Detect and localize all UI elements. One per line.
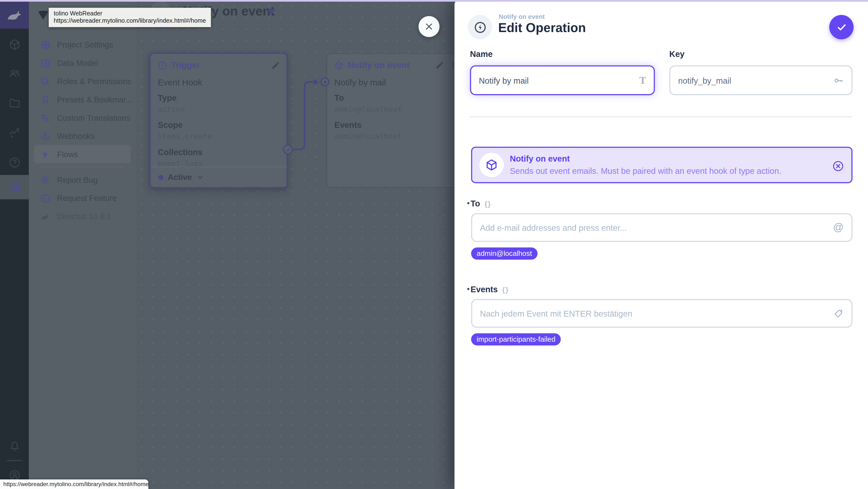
raw-value-toggle-icon[interactable]: {} bbox=[502, 286, 509, 294]
check-icon bbox=[285, 146, 291, 152]
sidebar-item-data-model[interactable]: Data Model bbox=[29, 54, 135, 72]
directus-logo-icon bbox=[6, 7, 23, 23]
sidebar-item-label: Report Bug bbox=[57, 175, 97, 184]
notifications-button[interactable] bbox=[0, 433, 29, 458]
tooltip-title: tolino WebReader bbox=[54, 10, 206, 17]
people-icon bbox=[8, 67, 21, 80]
raw-value-toggle-icon[interactable]: {} bbox=[485, 200, 491, 208]
operation-type-banner: Notify on event Sends out event emails. … bbox=[471, 147, 852, 183]
key-input-box bbox=[669, 65, 852, 95]
module-content-button[interactable] bbox=[0, 32, 29, 56]
bolt-circle-icon bbox=[473, 21, 486, 33]
sidebar-item-label: Project Settings bbox=[57, 40, 113, 49]
resolve-connector[interactable] bbox=[283, 145, 293, 154]
directus-logo-button[interactable] bbox=[0, 1, 29, 29]
events-input[interactable] bbox=[480, 309, 833, 318]
translate-icon bbox=[40, 113, 51, 122]
save-button[interactable] bbox=[829, 15, 854, 39]
drawer-title: Edit Operation bbox=[498, 21, 586, 35]
title-icon: T bbox=[640, 74, 646, 86]
sidebar-item-label: Presets & Bookmar... bbox=[57, 95, 132, 104]
tooltip-url: https://webreader.mytolino.com/library/i… bbox=[54, 17, 206, 24]
deselect-operation-button[interactable] bbox=[832, 160, 844, 173]
event-chip[interactable]: import-participants-failed bbox=[471, 333, 561, 345]
events-field-label: Events{} bbox=[471, 284, 509, 294]
browser-status-url: https://webreader.mytolino.com/library/i… bbox=[0, 479, 148, 489]
name-input-box: T bbox=[470, 65, 655, 95]
gear-icon bbox=[8, 181, 21, 194]
directus-app: Project Settings Data Model Roles & Perm… bbox=[0, 0, 868, 489]
anchor-icon bbox=[40, 131, 51, 141]
key-input[interactable] bbox=[678, 75, 833, 85]
module-insights-button[interactable] bbox=[0, 120, 29, 144]
sidebar-item-report-bug[interactable]: Report Bug bbox=[29, 171, 135, 189]
list-icon bbox=[40, 58, 51, 68]
banner-description: Sends out event emails. Must be paired w… bbox=[510, 166, 781, 176]
sidebar-item-label: Request Feature bbox=[57, 193, 117, 202]
bug-icon bbox=[40, 175, 51, 184]
edit-operation-drawer: Notify on event Edit Operation Name Key … bbox=[455, 0, 868, 489]
insights-icon bbox=[8, 125, 21, 138]
sidebar-item-label: Webhooks bbox=[57, 131, 95, 140]
name-input[interactable] bbox=[479, 75, 640, 85]
module-users-button[interactable] bbox=[0, 61, 29, 85]
drawer-close-button[interactable] bbox=[418, 16, 439, 37]
globe-icon bbox=[40, 39, 51, 50]
sidebar-item-custom-translations[interactable]: Custom Translations bbox=[29, 109, 135, 127]
tag-icon bbox=[833, 308, 844, 319]
module-bar-divider bbox=[7, 460, 22, 461]
box-icon bbox=[8, 38, 21, 51]
tooltip-pointer bbox=[38, 10, 49, 20]
module-bar bbox=[0, 0, 29, 489]
sidebar-item-project-settings[interactable]: Project Settings bbox=[29, 35, 135, 54]
module-settings-button[interactable] bbox=[0, 175, 29, 200]
sidebar-item-flows[interactable]: Flows bbox=[34, 145, 131, 163]
key-field-label: Key bbox=[669, 49, 684, 59]
sidebar-item-label: Flows bbox=[57, 150, 78, 159]
shield-person-icon bbox=[40, 76, 51, 86]
link-tooltip: tolino WebReader https://webreader.mytol… bbox=[49, 8, 211, 27]
flow-canvas: Notify on event Trigger Event Hook Type … bbox=[136, 0, 455, 489]
module-help-button[interactable] bbox=[0, 150, 29, 174]
directus-logo-icon bbox=[40, 211, 51, 221]
sidebar-item-version: Directus 10.6.1 bbox=[29, 207, 135, 225]
sidebar-divider bbox=[39, 166, 125, 167]
to-input[interactable] bbox=[480, 223, 833, 232]
bolt-icon bbox=[40, 149, 51, 159]
close-icon bbox=[425, 22, 434, 31]
sidebar-item-request-feature[interactable]: Request Feature bbox=[29, 189, 135, 207]
sidebar-item-label: Custom Translations bbox=[57, 113, 130, 122]
check-icon bbox=[836, 22, 847, 33]
to-input-box: @ bbox=[471, 213, 852, 242]
box-icon bbox=[479, 153, 504, 177]
settings-navigation: Project Settings Data Model Roles & Perm… bbox=[29, 0, 135, 489]
connection-wire bbox=[136, 0, 455, 221]
folder-icon bbox=[8, 97, 21, 110]
sidebar-item-roles-permissions[interactable]: Roles & Permissions bbox=[29, 72, 135, 90]
section-divider bbox=[470, 116, 852, 117]
bell-icon bbox=[8, 439, 21, 452]
app-version-label: Directus 10.6.1 bbox=[57, 212, 111, 221]
module-files-button[interactable] bbox=[0, 91, 29, 115]
sidebar-item-webhooks[interactable]: Webhooks bbox=[29, 127, 135, 145]
top-strip bbox=[0, 0, 868, 1]
banner-title: Notify on event bbox=[510, 154, 570, 163]
bookmark-icon bbox=[40, 94, 51, 104]
drawer-header-icon-circle bbox=[468, 15, 492, 39]
required-dot bbox=[467, 288, 469, 290]
email-chip[interactable]: admin@localhost bbox=[471, 247, 537, 260]
drawer-context-label: Notify on event bbox=[499, 13, 545, 20]
help-icon bbox=[8, 156, 21, 169]
sidebar-item-label: Roles & Permissions bbox=[57, 77, 131, 86]
events-input-box bbox=[471, 299, 852, 328]
input-connector[interactable] bbox=[320, 78, 329, 86]
required-dot bbox=[467, 202, 469, 204]
name-field-label: Name bbox=[470, 49, 493, 59]
alternate-email-icon: @ bbox=[833, 221, 844, 234]
sidebar-item-presets-bookmarks[interactable]: Presets & Bookmar... bbox=[29, 90, 135, 109]
key-icon bbox=[833, 75, 844, 86]
verified-badge-icon bbox=[40, 193, 51, 203]
to-field-label: To{} bbox=[471, 199, 491, 208]
sidebar-item-label: Data Model bbox=[57, 58, 98, 67]
close-circle-icon bbox=[832, 160, 844, 173]
